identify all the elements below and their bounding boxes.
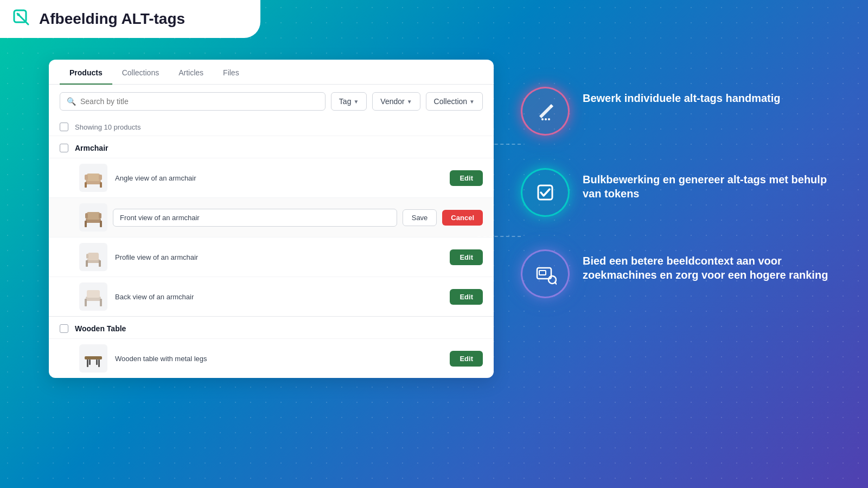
svg-rect-17 [88, 253, 99, 260]
svg-rect-13 [99, 213, 101, 219]
showing-row: Showing 10 products [49, 118, 494, 136]
search-icon: 🔍 [67, 97, 76, 106]
svg-rect-3 [85, 182, 87, 188]
armchair-back-alt: Back view of an armchair [115, 293, 442, 301]
svg-rect-6 [85, 175, 88, 180]
svg-rect-9 [85, 221, 87, 227]
armchair-back-edit-button[interactable]: Edit [450, 289, 483, 305]
svg-rect-18 [86, 254, 88, 259]
svg-rect-7 [99, 175, 102, 180]
select-all-checkbox[interactable] [60, 123, 68, 131]
tag-filter-label: Tag [339, 97, 352, 106]
armchair-back-thumb [79, 282, 107, 311]
feature-icon-search [521, 249, 570, 298]
tab-collections[interactable]: Collections [112, 60, 169, 85]
search-input[interactable] [80, 97, 318, 106]
svg-rect-20 [85, 299, 87, 306]
connector-line-1 [477, 144, 521, 145]
svg-rect-16 [99, 260, 101, 267]
vendor-filter-button[interactable]: Vendor ▼ [372, 92, 420, 111]
tab-products[interactable]: Products [60, 60, 112, 85]
armchair-front-cancel-button[interactable]: Cancel [442, 210, 483, 226]
tag-filter-caret: ▼ [353, 99, 359, 105]
tag-icon [13, 9, 33, 29]
collection-filter-button[interactable]: Collection ▼ [426, 92, 483, 111]
svg-rect-22 [87, 290, 100, 298]
svg-rect-11 [87, 212, 100, 220]
svg-point-1 [17, 14, 20, 16]
app-header: Afbeelding ALT-tags [0, 0, 260, 38]
table-row: Angle view of an armchair Edit [49, 158, 494, 197]
armchair-front-edit-input[interactable] [113, 209, 397, 227]
armchair-angle-alt: Angle view of an armchair [115, 174, 442, 182]
armchair-group-name: Armchair [75, 144, 108, 152]
svg-rect-26 [89, 359, 91, 365]
features-section: Bewerk individuele alt-tags handmatig Bu… [521, 87, 835, 298]
wooden-table-thumb [79, 344, 107, 373]
svg-rect-5 [87, 174, 100, 181]
wooden-table-group-header: Wooden Table [49, 317, 494, 338]
svg-rect-24 [87, 359, 88, 367]
wooden-table-checkbox[interactable] [60, 324, 68, 333]
tab-articles[interactable]: Articles [169, 60, 213, 85]
armchair-profile-edit-button[interactable]: Edit [450, 249, 483, 265]
svg-rect-25 [98, 359, 100, 367]
svg-rect-4 [100, 182, 102, 188]
app-title: Afbeelding ALT-tags [39, 10, 185, 28]
armchair-front-save-button[interactable]: Save [403, 209, 437, 226]
svg-point-30 [548, 118, 550, 120]
vendor-filter-caret: ▼ [407, 99, 412, 105]
feature-title-3: Bied een betere beeldcontext aan voor zo… [583, 254, 835, 282]
collection-filter-caret: ▼ [469, 99, 475, 105]
svg-rect-15 [86, 260, 88, 267]
svg-rect-10 [100, 221, 102, 227]
feature-text-3: Bied een betere beeldcontext aan voor zo… [583, 249, 835, 282]
armchair-angle-edit-button[interactable]: Edit [450, 170, 483, 186]
wooden-table-group-name: Wooden Table [75, 324, 126, 333]
armchair-angle-thumb [79, 164, 107, 192]
tab-files[interactable]: Files [213, 60, 249, 85]
armchair-group-header: Armchair [49, 136, 494, 158]
wooden-table-alt: Wooden table with metal legs [115, 355, 442, 363]
main-panel: Products Collections Articles Files 🔍 Ta… [49, 60, 494, 378]
table-row: Save Cancel [49, 197, 494, 237]
feature-title-2: Bulkbewerking en genereer alt-tags met b… [583, 172, 835, 201]
vendor-filter-label: Vendor [380, 97, 404, 106]
search-row: 🔍 Tag ▼ Vendor ▼ Collection ▼ [49, 85, 494, 118]
wooden-table-edit-button[interactable]: Edit [450, 351, 483, 367]
svg-point-29 [545, 118, 547, 120]
feature-text-1: Bewerk individuele alt-tags handmatig [583, 87, 835, 105]
tabs-bar: Products Collections Articles Files [49, 60, 494, 85]
armchair-profile-thumb [79, 243, 107, 271]
feature-title-1: Bewerk individuele alt-tags handmatig [583, 91, 835, 105]
product-group-wooden-table: Wooden Table Wooden table with metal leg… [49, 316, 494, 378]
svg-rect-12 [85, 213, 88, 219]
table-row: Wooden table with metal legs Edit [49, 338, 494, 378]
svg-rect-33 [539, 271, 546, 275]
armchair-profile-alt: Profile view of an armchair [115, 253, 442, 261]
product-group-armchair: Armchair Angle view of an armchair Edit [49, 136, 494, 316]
svg-point-28 [541, 118, 544, 120]
tag-filter-button[interactable]: Tag ▼ [331, 92, 367, 111]
connector-line-2 [477, 236, 521, 237]
feature-icon-edit [521, 87, 570, 136]
feature-text-2: Bulkbewerking en genereer alt-tags met b… [583, 168, 835, 201]
collection-filter-label: Collection [434, 97, 467, 106]
svg-rect-21 [100, 299, 102, 306]
table-row: Back view of an armchair Edit [49, 277, 494, 316]
feature-item-1: Bewerk individuele alt-tags handmatig [521, 87, 835, 136]
svg-rect-27 [96, 359, 98, 365]
feature-item-2: Bulkbewerking en genereer alt-tags met b… [521, 168, 835, 217]
table-row: Profile view of an armchair Edit [49, 237, 494, 277]
svg-rect-23 [85, 356, 102, 359]
feature-item-3: Bied een betere beeldcontext aan voor zo… [521, 249, 835, 298]
armchair-front-thumb [79, 203, 107, 232]
showing-count: Showing 10 products [75, 123, 141, 131]
armchair-checkbox[interactable] [60, 144, 68, 152]
search-box[interactable]: 🔍 [60, 92, 326, 111]
feature-icon-bulk [521, 168, 570, 217]
